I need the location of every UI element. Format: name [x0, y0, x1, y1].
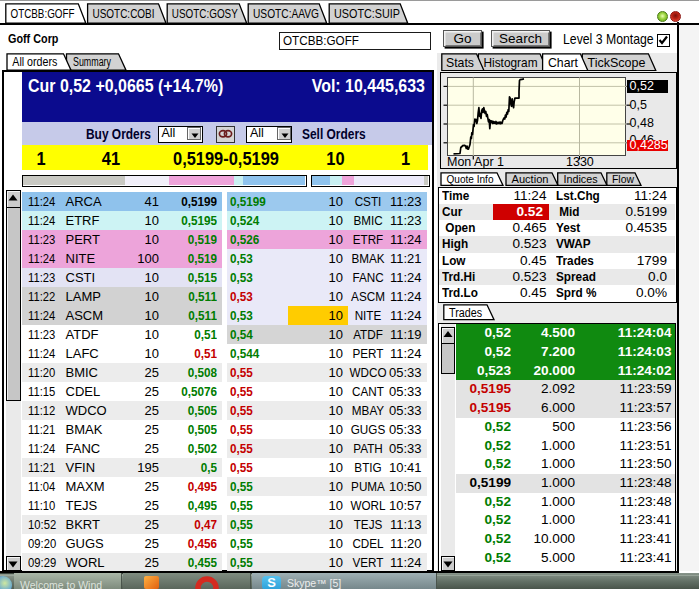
svg-text:All orders: All orders: [12, 55, 57, 69]
svg-text:USOTC:AAVG: USOTC:AAVG: [253, 7, 319, 21]
svg-text:USOTC:SUIP: USOTC:SUIP: [334, 7, 400, 21]
svg-text:Flow: Flow: [612, 173, 635, 185]
svg-text:Chart: Chart: [548, 54, 578, 69]
svg-text:Indices: Indices: [564, 173, 598, 185]
svg-text:Auction: Auction: [512, 173, 549, 185]
svg-text:Summary: Summary: [73, 55, 111, 69]
svg-text:USOTC:GOSY: USOTC:GOSY: [172, 7, 238, 21]
svg-text:OTCBB:GOFF: OTCBB:GOFF: [11, 7, 75, 21]
svg-text:Stats: Stats: [446, 54, 474, 69]
svg-text:Trades: Trades: [449, 306, 482, 320]
svg-text:USOTC:COBI: USOTC:COBI: [93, 7, 155, 21]
svg-text:Histogram: Histogram: [484, 54, 538, 69]
svg-text:TickScope: TickScope: [588, 54, 646, 69]
svg-text:Quote Info: Quote Info: [447, 173, 494, 185]
